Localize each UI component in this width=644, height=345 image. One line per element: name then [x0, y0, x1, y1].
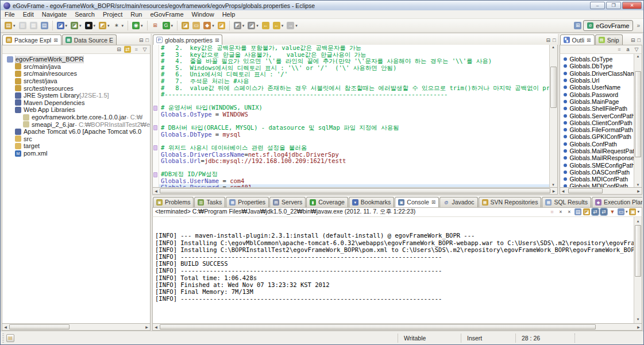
- editor-line[interactable]: #---------------------------------------…: [161, 91, 557, 98]
- collapse-all-icon[interactable]: ⊟: [115, 46, 122, 53]
- editor-line[interactable]: Globals.DbType = mysql: [161, 131, 557, 138]
- scroll-thumb[interactable]: [9, 324, 70, 330]
- print-button[interactable]: ▤: [40, 20, 49, 31]
- save-button[interactable]: ▥: [18, 20, 28, 31]
- outline-item[interactable]: Globals.OASConfPath: [560, 169, 642, 176]
- minimize-view-icon[interactable]: ⊟: [631, 37, 635, 43]
- editor-vscrollbar[interactable]: ▲ ▼: [549, 45, 557, 187]
- maximize-view-icon[interactable]: □: [638, 37, 641, 43]
- editor-line[interactable]: Globals.OsType = WINDOWS: [161, 111, 557, 118]
- dropdown-arrow-icon[interactable]: ▾: [13, 24, 16, 28]
- maximize-view-icon[interactable]: □: [146, 37, 149, 43]
- tree-item-src-main-java[interactable]: src/main/java: [2, 63, 150, 71]
- outline-item[interactable]: Globals.MDIConfPath: [560, 183, 642, 188]
- view-tab-outli[interactable]: ▚Outli⊠: [560, 34, 595, 45]
- editor-line[interactable]: [161, 165, 557, 172]
- menu-file[interactable]: File: [1, 10, 19, 18]
- outline-item[interactable]: Globals.ServerConfPath: [560, 112, 642, 119]
- outline-item[interactable]: Globals.Password: [560, 91, 642, 98]
- open-egov-resource-button[interactable]: ◪: [180, 20, 190, 31]
- egov-table-button[interactable]: ⊞: [151, 20, 160, 31]
- remove-all-terminated-icon[interactable]: ×: [566, 208, 573, 215]
- bottom-tab-execution-plan[interactable]: ◆Execution Plan: [592, 197, 642, 207]
- tab-close-icon[interactable]: ⊠: [431, 199, 436, 205]
- bottom-tab-bookmarks[interactable]: ▾Bookmarks: [349, 197, 395, 207]
- egov-code-gen-button[interactable]: ◪▾: [56, 20, 69, 31]
- outline-item[interactable]: Globals.Url: [560, 77, 642, 84]
- egov-refresh-button[interactable]: G▾: [161, 20, 175, 31]
- perspective-overflow[interactable]: »: [637, 22, 640, 29]
- remove-launch-icon[interactable]: ×: [557, 208, 564, 215]
- editor-line[interactable]: Globals.Url=jdbc:mysql://192.168.100.209…: [161, 158, 557, 165]
- scroll-thumb[interactable]: [160, 188, 550, 193]
- maximize-view-icon[interactable]: □: [553, 37, 556, 43]
- dropdown-arrow-icon[interactable]: ▾: [141, 24, 143, 28]
- tree-item-src-test-java[interactable]: src/test/java: [2, 77, 150, 85]
- tab-close-icon[interactable]: ⊠: [587, 37, 591, 43]
- menu-search[interactable]: Search: [71, 10, 99, 18]
- bottom-tab-problems[interactable]: ▣Problems: [153, 197, 194, 207]
- dropdown-arrow-icon[interactable]: ▾: [171, 24, 173, 28]
- tree-item-egovframework-brte-core-1-0-0-jar[interactable]: egovframework.brte.core-1.0.0.jar - C:₩: [2, 114, 150, 121]
- pin-console-icon[interactable]: ▼: [609, 208, 616, 215]
- dropdown-arrow-icon[interactable]: ▾: [65, 24, 68, 28]
- dropdown-arrow-icon[interactable]: ▾: [94, 24, 96, 28]
- outline-item[interactable]: Globals.MainPage: [560, 98, 642, 105]
- run-external-tools-button[interactable]: ◉▾: [131, 20, 144, 31]
- dropdown-arrow-icon[interactable]: ▾: [256, 24, 259, 28]
- dropdown-arrow-icon[interactable]: ▾: [212, 24, 214, 28]
- editor-hscrollbar[interactable]: ◀ ▶: [152, 188, 557, 195]
- egov-db-support-button[interactable]: ◪▾: [70, 20, 83, 31]
- bottom-tab-sql-results[interactable]: ▦SQL Results: [542, 197, 591, 207]
- open-perspective-icon[interactable]: ⊞: [574, 22, 581, 29]
- scroll-thumb[interactable]: [160, 324, 596, 330]
- dropdown-arrow-icon[interactable]: ▾: [79, 24, 82, 28]
- bottom-tab-svn-repositories[interactable]: ▦SVN Repositories: [479, 197, 542, 207]
- outline-item[interactable]: Globals.MailRResponsePa: [560, 154, 642, 161]
- show-stdout-when-changed-icon[interactable]: ⇄: [592, 208, 599, 215]
- tree-item-web-app-libraries[interactable]: Web App Libraries: [2, 106, 150, 114]
- display-selected-console-icon[interactable]: ▭: [618, 208, 624, 215]
- scroll-thumb[interactable]: [550, 67, 557, 108]
- forward-button[interactable]: →▾: [286, 20, 299, 31]
- console-vscrollbar[interactable]: ▲ ▼: [634, 217, 642, 323]
- bottom-tab-servers[interactable]: ▤Servers: [269, 197, 306, 207]
- bottom-tab-console[interactable]: ▣Console⊠: [395, 197, 439, 207]
- previous-annotation-button[interactable]: ◪▾: [246, 20, 260, 31]
- new-wizard-button[interactable]: ▤▾: [3, 20, 17, 31]
- sort-icon[interactable]: a: [624, 46, 631, 53]
- console-output[interactable]: [INFO] --- maven-install-plugin:2.3.1:in…: [152, 216, 642, 324]
- egov-launch-button[interactable]: ◆▾: [202, 20, 215, 31]
- tree-item-target[interactable]: target: [2, 142, 150, 150]
- view-tab-data-source-e[interactable]: ▦Data Source E: [62, 34, 117, 45]
- scroll-thumb[interactable]: [635, 225, 641, 277]
- bottom-tab-coverage[interactable]: ▮Coverage: [306, 197, 348, 207]
- open-folder-button[interactable]: ▭: [191, 20, 201, 31]
- editor-current-line[interactable]: Globals.Password = com401: [159, 184, 557, 187]
- menu-help[interactable]: Help: [218, 10, 240, 18]
- next-annotation-button[interactable]: ◩▾: [233, 20, 246, 31]
- scroll-thumb[interactable]: [568, 188, 603, 193]
- clear-console-icon[interactable]: ▤: [574, 208, 581, 215]
- outline-item[interactable]: Globals.MDIConfPath: [560, 176, 642, 183]
- outline-item[interactable]: Globals.OsType: [560, 56, 642, 63]
- scroll-lock-icon[interactable]: ◪: [583, 208, 590, 215]
- dropdown-arrow-icon[interactable]: ▾: [107, 24, 110, 28]
- dropdown-arrow-icon[interactable]: ▾: [637, 210, 639, 214]
- tree-item-smeapi-2-6-jar[interactable]: smeapi_2_6.jar - C:₩BOPRInstallTest2₩e: [2, 121, 150, 128]
- outline-item[interactable]: Globals.DbType: [560, 63, 642, 69]
- tree-item-jre-system-library[interactable]: JRE System Library [J2SE-1.5]: [2, 92, 150, 99]
- editor-text[interactable]: # 2. key값은 공백문자를 포함불가, value값은 공백문자를 가능#…: [159, 45, 557, 187]
- tree-item-src-main-resources[interactable]: src/main/resources: [2, 70, 150, 77]
- focus-on-active-task-icon[interactable]: ≡: [133, 46, 140, 53]
- outline-hscrollbar[interactable]: ◀ ▶: [560, 188, 642, 195]
- egov-console-button[interactable]: ■▾: [84, 20, 97, 31]
- dropdown-arrow-icon[interactable]: ▾: [626, 210, 628, 214]
- tree-item-maven-dependencies[interactable]: Maven Dependencies: [2, 99, 150, 107]
- outline-item[interactable]: Globals.FileFormatPath: [560, 126, 642, 133]
- custom-filters-icon[interactable]: ≡: [616, 46, 623, 53]
- perspective-egovframe-button[interactable]: e eGovFrame: [583, 20, 633, 31]
- outline-item[interactable]: Globals.ClientConfPath: [560, 119, 642, 126]
- editor-tab-close-icon[interactable]: ⊠: [215, 37, 219, 43]
- link-with-editor-icon[interactable]: ⇄: [124, 46, 131, 53]
